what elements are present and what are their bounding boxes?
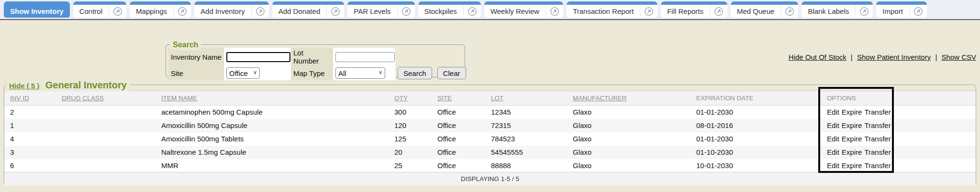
expire-action[interactable]: Expire: [842, 121, 862, 129]
open-in-new-window-icon[interactable]: [546, 5, 563, 18]
table-row: 6 MMR 25 Office 88888 Glaxo 10-01-2030 E…: [4, 159, 976, 172]
tab-add-donated[interactable]: Add Donated: [272, 1, 345, 18]
cell-drug-class: [56, 132, 156, 146]
clear-button[interactable]: Clear: [437, 67, 466, 79]
tab-show-inventory[interactable]: Show Inventory: [4, 1, 70, 18]
tab-import[interactable]: Import: [876, 1, 927, 18]
cell-qty: 120: [389, 119, 432, 132]
cell-drug-class: [56, 146, 156, 159]
cell-qty: 25: [389, 159, 432, 172]
transfer-action[interactable]: Transfer: [864, 148, 891, 156]
inventory-name-input[interactable]: [226, 52, 290, 62]
expire-action[interactable]: Expire: [842, 108, 862, 116]
tab-fill-reports[interactable]: Fill Reports: [661, 1, 727, 18]
column-header-lot[interactable]: LOT: [491, 95, 503, 102]
open-in-new-window-icon[interactable]: [397, 5, 415, 18]
transfer-action[interactable]: Transfer: [864, 135, 891, 143]
cell-expiration-date: 10-01-2030: [690, 159, 821, 172]
cell-options: EditExpireTransfer: [821, 146, 896, 159]
tab-label: Control: [73, 7, 109, 15]
tab-label: Weekly Review: [484, 7, 546, 15]
cell-expiration-date: 01-01-2030: [690, 106, 821, 119]
map-type-select[interactable]: All: [335, 67, 385, 79]
column-header-options: OPTIONS: [827, 95, 856, 102]
general-inventory-title: General Inventory: [45, 80, 127, 90]
cell-inv-id: 6: [4, 159, 56, 172]
cell-drug-class: [56, 106, 156, 119]
cell-item-name: Amoxicillin 500mg Tablets: [156, 132, 389, 146]
site-select[interactable]: Office: [226, 67, 260, 79]
edit-action[interactable]: Edit: [827, 148, 839, 156]
cell-options: EditExpireTransfer: [821, 132, 896, 146]
show-patient-inventory-link[interactable]: Show Patient Inventory: [857, 53, 931, 61]
lot-number-input[interactable]: [335, 52, 395, 62]
open-in-new-window-icon[interactable]: [855, 5, 873, 18]
cell-site: Office: [432, 106, 485, 119]
edit-action[interactable]: Edit: [827, 108, 839, 116]
tab-label: Blank Labels: [802, 7, 855, 15]
tab-blank-labels[interactable]: Blank Labels: [802, 1, 873, 18]
pagination-status: DISPLAYING 1-5 / 5: [4, 172, 976, 185]
tab-weekly-review[interactable]: Weekly Review: [484, 1, 563, 18]
general-inventory-legend: Hide ( 5 ) General Inventory: [6, 80, 130, 91]
cell-item-name: MMR: [156, 159, 389, 172]
open-in-new-window-icon[interactable]: [173, 5, 191, 18]
cell-expiration-date: 01-01-2030: [690, 132, 821, 146]
open-in-new-window-icon[interactable]: [710, 5, 727, 18]
cell-lot: 72315: [485, 119, 567, 132]
column-header-site[interactable]: SITE: [437, 95, 452, 102]
search-button[interactable]: Search: [398, 67, 432, 79]
tab-label: Transaction Report: [567, 7, 640, 15]
transfer-action[interactable]: Transfer: [864, 161, 891, 170]
tab-label: Stockpiles: [418, 7, 463, 15]
expire-action[interactable]: Expire: [842, 135, 862, 143]
table-row: 1 Amoxicillin 500mg Capsule 120 Office 7…: [4, 119, 976, 132]
tab-label: Mappings: [130, 7, 173, 15]
transfer-action[interactable]: Transfer: [864, 121, 891, 129]
edit-action[interactable]: Edit: [827, 121, 839, 129]
open-in-new-window-icon[interactable]: [251, 5, 269, 18]
open-in-new-window-icon[interactable]: [640, 5, 657, 18]
cell-site: Office: [432, 159, 485, 172]
site-label: Site: [168, 66, 224, 80]
cell-expiration-date: 08-01-2016: [690, 119, 821, 132]
cell-drug-class: [56, 119, 156, 132]
open-in-new-window-icon[interactable]: [780, 5, 798, 18]
tab-control[interactable]: Control: [73, 1, 126, 18]
cell-qty: 300: [389, 106, 432, 119]
open-in-new-window-icon[interactable]: [109, 5, 126, 18]
link-separator: |: [848, 53, 855, 61]
show-csv-link[interactable]: Show CSV: [941, 53, 976, 61]
inventory-name-label: Inventory Name: [168, 48, 224, 66]
column-header-qty[interactable]: QTY: [394, 95, 408, 102]
tab-label: Med Queue: [731, 7, 780, 15]
column-header-item-name[interactable]: ITEM NAME: [161, 95, 197, 102]
expire-action[interactable]: Expire: [842, 161, 862, 170]
top-nav-bar: Show Inventory Control Mappings Add Inve…: [0, 0, 980, 20]
tab-add-inventory[interactable]: Add Inventory: [194, 1, 269, 18]
tab-med-queue[interactable]: Med Queue: [731, 1, 798, 18]
hide-count-link[interactable]: Hide ( 5 ): [9, 82, 39, 90]
edit-action[interactable]: Edit: [827, 161, 839, 170]
column-header-manufacturer[interactable]: MANUFACTURER: [573, 95, 627, 102]
open-in-new-window-icon[interactable]: [326, 5, 344, 18]
cell-options: EditExpireTransfer: [821, 119, 896, 132]
tab-par-levels[interactable]: PAR Levels: [347, 1, 414, 18]
hide-out-of-stock-link[interactable]: Hide Out Of Stock: [789, 53, 846, 61]
expire-action[interactable]: Expire: [842, 148, 862, 156]
tab-label: PAR Levels: [347, 7, 397, 15]
tab-mappings[interactable]: Mappings: [130, 1, 191, 18]
column-header-inv-id[interactable]: INV ID: [10, 95, 29, 102]
open-in-new-window-icon[interactable]: [909, 5, 927, 18]
lot-number-label: Lot Number: [291, 48, 333, 66]
tab-label: Add Inventory: [194, 7, 251, 15]
tab-label: Add Donated: [272, 7, 327, 15]
edit-action[interactable]: Edit: [827, 135, 839, 143]
tab-stockpiles[interactable]: Stockpiles: [418, 1, 481, 18]
column-header-expiration-date: EXPIRATION DATE: [696, 95, 754, 102]
transfer-action[interactable]: Transfer: [864, 108, 891, 116]
column-header-drug-class[interactable]: DRUG CLASS: [62, 95, 104, 102]
open-in-new-window-icon[interactable]: [463, 5, 481, 18]
tab-transaction-report[interactable]: Transaction Report: [567, 1, 657, 18]
map-type-label: Map Type: [291, 66, 333, 80]
